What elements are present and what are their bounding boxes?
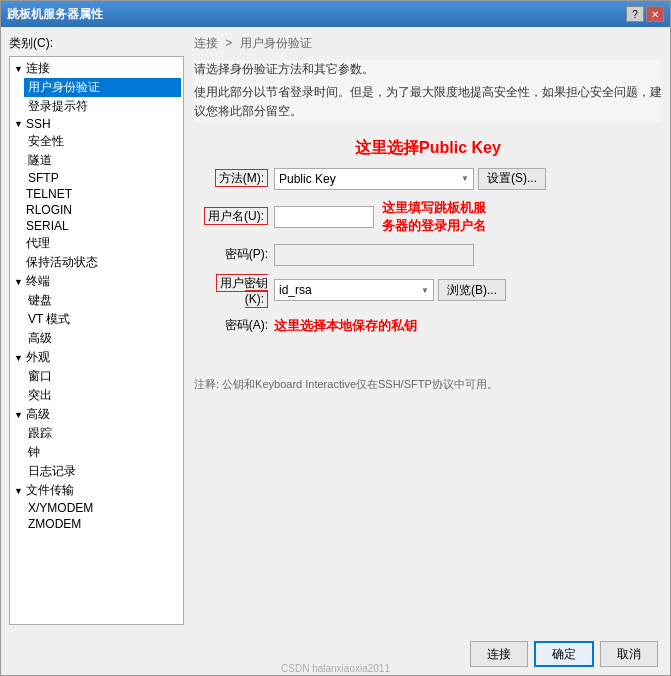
- tree-label-appearance: 外观: [26, 349, 50, 366]
- tree-item-keyboard[interactable]: 键盘: [24, 291, 181, 310]
- tree-label-serial: SERIAL: [26, 219, 69, 233]
- tree-container[interactable]: ▼ 连接 用户身份验证 登录提示符 ▼ SSH 安全性: [9, 56, 184, 625]
- annotation-top: 这里选择Public Key: [194, 138, 662, 159]
- tree-item-user-auth[interactable]: 用户身份验证: [24, 78, 181, 97]
- dropdown-arrow-method: ▼: [461, 174, 469, 183]
- browse-button[interactable]: 浏览(B)...: [438, 279, 506, 301]
- tree-item-telnet[interactable]: TELNET: [12, 186, 181, 202]
- username-input[interactable]: [274, 206, 374, 228]
- tree-item-filetransfer[interactable]: ▼ 文件传输: [12, 481, 181, 500]
- tree-item-xymodem[interactable]: X/YMODEM: [24, 500, 181, 516]
- tree-item-rlogin[interactable]: RLOGIN: [12, 202, 181, 218]
- tree-item-trace[interactable]: 跟踪: [24, 424, 181, 443]
- password-row: 密码(P):: [194, 243, 662, 267]
- userkey-dropdown[interactable]: id_rsa ▼: [274, 279, 434, 301]
- tree-label-terminal: 终端: [26, 273, 50, 290]
- title-bar: 跳板机服务器属性 ? ✕: [1, 1, 670, 27]
- tree-item-proxy[interactable]: 代理: [12, 234, 181, 253]
- expand-icon-ssh: ▼: [14, 119, 24, 129]
- method-dropdown-value: Public Key: [279, 172, 336, 186]
- passphrase-annotation: 这里选择本地保存的私钥: [274, 317, 417, 335]
- password-input[interactable]: [274, 244, 474, 266]
- tree-label-proxy: 代理: [26, 235, 50, 252]
- tree-item-serial[interactable]: SERIAL: [12, 218, 181, 234]
- username-label: 用户名(U):: [194, 208, 274, 225]
- tree-label-advanced: 高级: [26, 406, 50, 423]
- userkey-row: 用户密钥(K): id_rsa ▼ 浏览(B)...: [194, 275, 662, 306]
- breadcrumb-connection: 连接: [194, 36, 218, 50]
- method-control-group: Public Key ▼ 设置(S)...: [274, 168, 662, 190]
- tree-item-bell[interactable]: 钟: [24, 443, 181, 462]
- ok-button[interactable]: 确定: [534, 641, 594, 667]
- breadcrumb: 连接 > 用户身份验证: [194, 35, 662, 52]
- tree-item-advanced-group[interactable]: ▼ 高级: [12, 405, 181, 424]
- method-label-text: 方法(M):: [215, 169, 268, 187]
- expand-icon-terminal: ▼: [14, 277, 24, 287]
- tree-item-security[interactable]: 安全性: [24, 132, 181, 151]
- breadcrumb-sep: >: [225, 36, 235, 50]
- password-label-text: 密码(P):: [225, 247, 268, 261]
- passphrase-control-group: 这里选择本地保存的私钥: [274, 317, 662, 335]
- tree-children-terminal: 键盘 VT 模式 高级: [24, 291, 181, 348]
- tree-item-logging[interactable]: 日志记录: [24, 462, 181, 481]
- expand-icon-appearance: ▼: [14, 353, 24, 363]
- breadcrumb-user-auth: 用户身份验证: [240, 36, 312, 50]
- tree-item-highlight[interactable]: 突出: [24, 386, 181, 405]
- tree-children-appearance: 窗口 突出: [24, 367, 181, 405]
- tree-item-login-prompt[interactable]: 登录提示符: [24, 97, 181, 116]
- window-title: 跳板机服务器属性: [7, 6, 103, 23]
- tree-label-ssh: SSH: [26, 117, 51, 131]
- passphrase-row: 密码(A): 这里选择本地保存的私钥: [194, 314, 662, 338]
- right-panel: 连接 > 用户身份验证 请选择身份验证方法和其它参数。 使用此部分以节省登录时间…: [184, 35, 662, 625]
- tree-item-vt-mode[interactable]: VT 模式: [24, 310, 181, 329]
- expand-icon-advanced: ▼: [14, 410, 24, 420]
- tree-group-appearance: ▼ 外观 窗口 突出: [12, 348, 181, 405]
- username-label-text: 用户名(U):: [204, 207, 268, 225]
- tree-group-terminal: ▼ 终端 键盘 VT 模式 高级: [12, 272, 181, 348]
- tree-group-ssh: ▼ SSH 安全性 隧道 SFTP: [12, 116, 181, 186]
- username-row: 用户名(U): 这里填写跳板机服务器的登录用户名: [194, 199, 662, 235]
- tree-label-rlogin: RLOGIN: [26, 203, 72, 217]
- tree-item-window[interactable]: 窗口: [24, 367, 181, 386]
- tree-group-advanced: ▼ 高级 跟踪 钟 日志记录: [12, 405, 181, 481]
- expand-icon-connection: ▼: [14, 64, 24, 74]
- password-label: 密码(P):: [194, 246, 274, 263]
- tree-item-keepalive[interactable]: 保持活动状态: [12, 253, 181, 272]
- tree-item-zmodem[interactable]: ZMODEM: [24, 516, 181, 532]
- category-label: 类别(C):: [9, 35, 184, 52]
- tree-children-filetransfer: X/YMODEM ZMODEM: [24, 500, 181, 532]
- tree-item-advanced[interactable]: 高级: [24, 329, 181, 348]
- tree-label-connection: 连接: [26, 60, 50, 77]
- help-button[interactable]: ?: [626, 6, 644, 22]
- passphrase-label-text: 密码(A):: [225, 318, 268, 332]
- main-window: 跳板机服务器属性 ? ✕ 类别(C): ▼ 连接 用户身份验证 登录提示符: [0, 0, 671, 676]
- username-annotation: 这里填写跳板机服务器的登录用户名: [382, 199, 486, 235]
- connect-button[interactable]: 连接: [470, 641, 528, 667]
- method-row: 方法(M): Public Key ▼ 设置(S)...: [194, 167, 662, 191]
- password-control-group: [274, 244, 662, 266]
- description-box: 请选择身份验证方法和其它参数。 使用此部分以节省登录时间。但是，为了最大限度地提…: [194, 60, 662, 122]
- note-text: 注释: 公钥和Keyboard Interactive仅在SSH/SFTP协议中…: [194, 376, 662, 393]
- tree-label-telnet: TELNET: [26, 187, 72, 201]
- tree-label-filetransfer: 文件传输: [26, 482, 74, 499]
- userkey-dropdown-value: id_rsa: [279, 283, 312, 297]
- close-button[interactable]: ✕: [646, 6, 664, 22]
- tree-item-sftp[interactable]: SFTP: [24, 170, 181, 186]
- tree-item-ssh[interactable]: ▼ SSH: [12, 116, 181, 132]
- tree-item-tunnel[interactable]: 隧道: [24, 151, 181, 170]
- userkey-label: 用户密钥(K):: [194, 275, 274, 306]
- tree-item-connection[interactable]: ▼ 连接: [12, 59, 181, 78]
- username-control-group: 这里填写跳板机服务器的登录用户名: [274, 199, 662, 235]
- cancel-button[interactable]: 取消: [600, 641, 658, 667]
- description-line2: 使用此部分以节省登录时间。但是，为了最大限度地提高安全性，如果担心安全问题，建议…: [194, 83, 662, 121]
- userkey-label-text: 用户密钥(K):: [216, 274, 268, 308]
- tree-children-connection: 用户身份验证 登录提示符: [24, 78, 181, 116]
- settings-button[interactable]: 设置(S)...: [478, 168, 546, 190]
- method-dropdown[interactable]: Public Key ▼: [274, 168, 474, 190]
- tree-item-terminal[interactable]: ▼ 终端: [12, 272, 181, 291]
- tree-group-filetransfer: ▼ 文件传输 X/YMODEM ZMODEM: [12, 481, 181, 532]
- description-line1: 请选择身份验证方法和其它参数。: [194, 60, 662, 79]
- tree-item-appearance[interactable]: ▼ 外观: [12, 348, 181, 367]
- tree-children-ssh: 安全性 隧道 SFTP: [24, 132, 181, 186]
- tree-group-connection: ▼ 连接 用户身份验证 登录提示符: [12, 59, 181, 116]
